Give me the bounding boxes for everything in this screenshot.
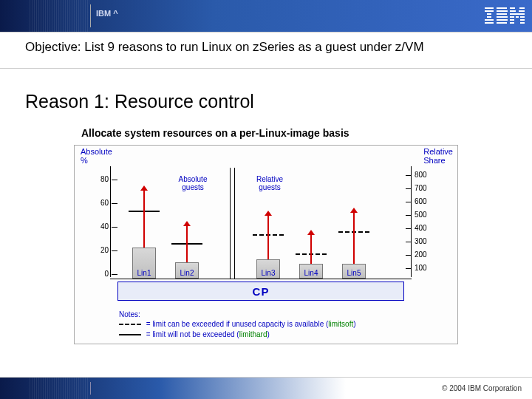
svg-rect-20 <box>510 19 514 21</box>
svg-rect-17 <box>510 16 514 18</box>
svg-rect-15 <box>519 10 525 12</box>
svg-rect-19 <box>520 16 525 18</box>
svg-rect-9 <box>497 16 508 18</box>
group-relative: Relativeguests <box>249 175 290 191</box>
footer-divider <box>90 382 91 395</box>
right-axis <box>411 166 412 277</box>
right-tick: 800 <box>415 171 437 179</box>
svg-rect-2 <box>487 13 491 15</box>
chart-notes: Notes: = limit can be exceeded if unused… <box>119 310 356 340</box>
arrow-lin5 <box>353 212 355 264</box>
svg-rect-3 <box>487 16 491 18</box>
group-separator <box>234 168 235 279</box>
left-tick: 0 <box>88 270 109 278</box>
svg-rect-14 <box>510 10 516 12</box>
notes-heading: Notes: <box>119 310 356 320</box>
header-band: IBM ^ <box>0 0 532 33</box>
left-axis <box>110 166 111 277</box>
svg-rect-5 <box>485 22 494 24</box>
bar-label: Lin4 <box>298 269 324 277</box>
right-tick: 200 <box>415 250 437 259</box>
left-tick: 60 <box>88 199 109 207</box>
ibm-logo <box>485 7 525 24</box>
copyright: © 2004 IBM Corporation <box>442 384 522 392</box>
reason-subtitle: Allocate system resources on a per-Linux… <box>0 112 532 145</box>
right-axis-title: RelativeShare <box>423 147 453 165</box>
dash-icon <box>119 324 141 325</box>
right-tick: 300 <box>415 237 437 245</box>
svg-rect-22 <box>510 22 514 24</box>
svg-rect-10 <box>497 19 508 21</box>
svg-rect-6 <box>497 7 507 9</box>
svg-rect-8 <box>497 13 507 15</box>
bar-label: Lin1 <box>131 269 157 277</box>
header-divider <box>90 4 91 27</box>
svg-rect-7 <box>497 10 508 12</box>
svg-rect-21 <box>520 19 525 21</box>
baseline <box>110 279 412 279</box>
svg-rect-4 <box>485 19 494 21</box>
chart-container: Absolute% RelativeShare 0 20 40 60 80 10… <box>74 145 458 344</box>
svg-rect-23 <box>520 22 525 24</box>
notes-line-limitsoft: = limit can be exceeded if unused capaci… <box>119 319 356 330</box>
svg-rect-18 <box>516 16 519 18</box>
arrow-lin3 <box>267 215 269 259</box>
brand-small: IBM ^ <box>96 9 118 18</box>
svg-rect-12 <box>510 7 515 9</box>
reason-title: Reason 1: Resource control <box>0 91 532 112</box>
svg-rect-0 <box>485 7 494 9</box>
bar-label: Lin5 <box>341 269 367 277</box>
svg-rect-1 <box>485 10 494 12</box>
objective-text: Objective: List 9 reasons to run Linux o… <box>0 33 532 69</box>
svg-rect-11 <box>497 22 507 24</box>
arrow-lin4 <box>310 234 312 264</box>
right-tick: 400 <box>415 224 437 232</box>
footer-band: © 2004 IBM Corporation <box>0 377 532 399</box>
left-tick: 20 <box>88 246 109 254</box>
right-tick: 700 <box>415 184 437 192</box>
svg-rect-16 <box>510 13 525 15</box>
bar-label: Lin2 <box>174 269 200 277</box>
arrow-lin2 <box>186 225 188 262</box>
right-tick: 100 <box>415 264 437 272</box>
solid-icon <box>119 334 141 335</box>
cp-box: CP <box>117 282 404 301</box>
group-separator <box>230 168 231 279</box>
arrow-lin1 <box>143 190 145 248</box>
notes-line-limithard: = limit will not be exceeded (limithard) <box>119 330 356 340</box>
left-axis-title: Absolute% <box>81 147 112 165</box>
svg-rect-13 <box>519 7 525 9</box>
group-absolute: Absoluteguests <box>171 175 215 191</box>
left-tick: 80 <box>88 175 109 183</box>
right-tick: 600 <box>415 197 437 205</box>
right-tick: 500 <box>415 211 437 219</box>
left-tick: 40 <box>88 222 109 231</box>
bar-label: Lin3 <box>255 269 282 277</box>
